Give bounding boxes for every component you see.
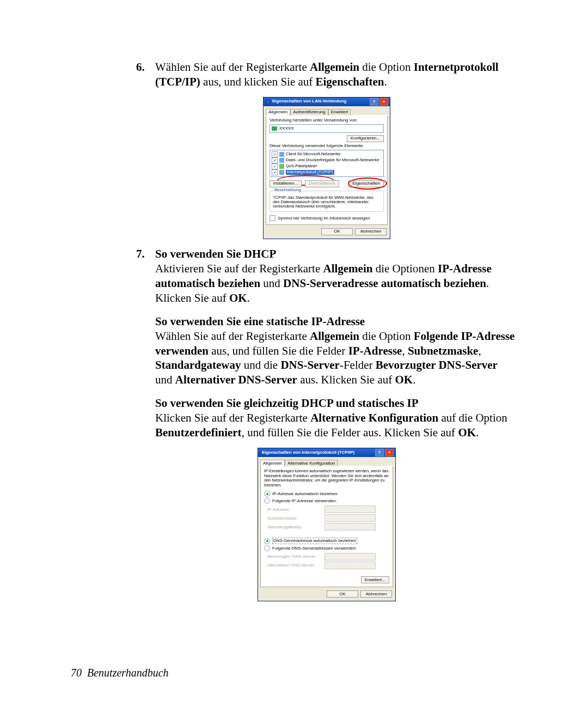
radio-ip-manual[interactable]: Folgende IP-Adresse verwenden: bbox=[264, 498, 389, 504]
adapter-field: XXXXX bbox=[270, 124, 384, 133]
lan-properties-dialog: ↓ Eigenschaften von LAN-Verbindung ? × A… bbox=[263, 97, 390, 240]
advanced-button[interactable]: Erweitert... bbox=[361, 576, 389, 583]
step-number: 6. bbox=[136, 60, 155, 89]
text-bold: Subnetzmaske bbox=[408, 344, 479, 357]
radio-icon[interactable] bbox=[264, 498, 270, 504]
text: -Felder bbox=[340, 358, 376, 371]
text: und die bbox=[241, 358, 281, 371]
text: die Optionen bbox=[372, 262, 438, 275]
step-text: Wählen Sie auf der Registerkarte Allgeme… bbox=[155, 60, 517, 89]
field-label: Bevorzugter DNS-Server: bbox=[267, 554, 324, 559]
text: und bbox=[155, 373, 175, 386]
configure-button[interactable]: Konfigurieren... bbox=[347, 135, 384, 142]
radio-dns-auto[interactable]: DNS-Serveradresse automatisch beziehen bbox=[264, 538, 389, 544]
checkbox-icon[interactable]: ✓ bbox=[272, 163, 278, 169]
radio-icon[interactable] bbox=[264, 545, 270, 551]
description-group: Beschreibung TCP/IP, das Standardprotoko… bbox=[270, 191, 384, 212]
text: , und füllen Sie die Felder aus. Klicken… bbox=[242, 426, 458, 439]
cancel-button[interactable]: Abbrechen bbox=[360, 590, 392, 598]
list-item[interactable]: ✓ Datei- und Druckerfreigabe für Microso… bbox=[271, 157, 382, 163]
item-label: Datei- und Druckerfreigabe für Microsoft… bbox=[286, 158, 379, 162]
radio-dns-manual[interactable]: Folgende DNS-Serveradressen verwenden: bbox=[264, 545, 389, 551]
text: die Option bbox=[359, 60, 414, 74]
text-bold: Allgemein bbox=[310, 330, 359, 343]
item-label: Client für Microsoft-Netzwerke bbox=[286, 152, 340, 156]
connect-using-label: Verbindung herstellen unter Verwendung v… bbox=[270, 118, 384, 123]
titlebar: ↓ Eigenschaften von LAN-Verbindung ? × bbox=[264, 97, 390, 106]
field-label: Standardgateway: bbox=[267, 525, 324, 529]
text-bold: Allgemein bbox=[310, 60, 359, 74]
ok-button[interactable]: OK bbox=[327, 590, 358, 598]
tab-altconfig[interactable]: Alternative Konfiguration bbox=[285, 460, 338, 466]
text: , bbox=[402, 344, 408, 357]
text-bold: Alternative Konfiguration bbox=[310, 411, 438, 424]
text: auf die Option bbox=[438, 411, 507, 424]
text: aus, und klicken Sie auf bbox=[200, 75, 316, 88]
radio-label: DNS-Serveradresse automatisch beziehen bbox=[272, 538, 357, 544]
tab-allgemein[interactable]: Allgemein bbox=[260, 460, 285, 466]
text-bold: OK bbox=[229, 291, 247, 304]
text-bold: Bevorzugter DNS-Server bbox=[376, 358, 498, 371]
show-icon-row[interactable]: Symbol bei Verbindung im Infobereich anz… bbox=[270, 215, 384, 221]
list-item[interactable]: ✓ Internetprotokoll (TCP/IP) bbox=[271, 169, 382, 175]
book-title: Benutzerhandbuch bbox=[87, 667, 169, 679]
checkbox-icon[interactable]: ✓ bbox=[272, 169, 278, 175]
text-bold: DNS-Server bbox=[280, 358, 339, 371]
step-heading: So verwenden Sie DHCP bbox=[155, 247, 276, 260]
text: . bbox=[247, 291, 250, 304]
radio-icon[interactable] bbox=[264, 538, 270, 544]
text: , bbox=[478, 344, 481, 357]
page-number: 70 bbox=[71, 667, 82, 679]
text-bold: (TCP/IP) bbox=[155, 75, 200, 88]
list-item[interactable]: ✓ QoS-Paketplaner bbox=[271, 163, 382, 169]
intro-text: IP-Einstellungen können automatisch zuge… bbox=[264, 469, 389, 488]
section-heading: So verwenden Sie gleichzeitig DHCP und s… bbox=[155, 397, 419, 410]
gateway-field[interactable]: ... bbox=[324, 523, 376, 531]
install-button[interactable]: Installieren... bbox=[270, 180, 302, 187]
help-button[interactable]: ? bbox=[370, 98, 378, 106]
alternate-dns-field[interactable]: ... bbox=[324, 562, 376, 569]
help-button[interactable]: ? bbox=[375, 449, 384, 456]
window-title: Eigenschaften von LAN-Verbindung bbox=[272, 99, 369, 104]
radio-label: Folgende DNS-Serveradressen verwenden: bbox=[272, 546, 357, 551]
uses-label: Diese Verbindung verwendet folgende Elem… bbox=[270, 144, 384, 149]
field-label: Subnetzmaske: bbox=[267, 516, 324, 521]
preferred-dns-field[interactable]: ... bbox=[324, 553, 376, 560]
ip-address-field[interactable]: ... bbox=[324, 505, 376, 513]
components-listbox[interactable]: ✓ Client für Microsoft-Netzwerke ✓ Datei… bbox=[270, 150, 384, 177]
checkbox-icon[interactable]: ✓ bbox=[272, 157, 278, 163]
radio-ip-auto[interactable]: IP-Adresse automatisch beziehen bbox=[264, 491, 389, 497]
text-bold: Benutzerdefiniert bbox=[155, 426, 242, 439]
text-bold: OK bbox=[458, 426, 476, 439]
subnet-mask-field[interactable]: ... bbox=[324, 514, 376, 522]
text: . bbox=[476, 426, 479, 439]
ok-button[interactable]: OK bbox=[321, 228, 353, 235]
item-label: QoS-Paketplaner bbox=[286, 164, 317, 168]
list-item[interactable]: ✓ Client für Microsoft-Netzwerke bbox=[271, 151, 382, 157]
radio-icon[interactable] bbox=[264, 491, 270, 497]
tab-allgemein[interactable]: Allgemein bbox=[266, 109, 290, 115]
checkbox-label: Symbol bei Verbindung im Infobereich anz… bbox=[278, 216, 370, 221]
static-ip-section: So verwenden Sie eine statische IP-Adres… bbox=[155, 314, 517, 387]
checkbox-icon[interactable]: ✓ bbox=[272, 151, 278, 157]
service-icon bbox=[279, 158, 284, 163]
properties-button[interactable]: Eigenschaften bbox=[348, 180, 384, 187]
checkbox-icon[interactable] bbox=[270, 215, 275, 221]
tab-auth[interactable]: Authentifizierung bbox=[290, 109, 328, 115]
titlebar: Eigenschaften von Internetprotokoll (TCP… bbox=[258, 448, 395, 457]
text: Wählen Sie auf der Registerkarte bbox=[155, 330, 310, 343]
text: aus, und füllen Sie die Felder bbox=[209, 344, 348, 357]
close-button[interactable]: × bbox=[379, 98, 388, 106]
tcpip-properties-dialog: Eigenschaften von Internetprotokoll (TCP… bbox=[258, 448, 396, 601]
app-icon: ↓ bbox=[265, 99, 271, 105]
cancel-button[interactable]: Abbrechen bbox=[355, 228, 387, 235]
text: . bbox=[384, 75, 387, 88]
tab-erweitert[interactable]: Erweitert bbox=[328, 109, 351, 115]
text: und bbox=[260, 277, 283, 290]
text: Wählen Sie auf der Registerkarte bbox=[155, 60, 310, 74]
close-button[interactable]: × bbox=[385, 449, 394, 456]
text-bold: Alternativer DNS-Server bbox=[175, 373, 297, 386]
text-bold: DNS-Serveradresse automatisch beziehen bbox=[283, 277, 486, 290]
adapter-name: XXXXX bbox=[279, 126, 294, 131]
step-6: 6. Wählen Sie auf der Registerkarte Allg… bbox=[136, 60, 517, 89]
